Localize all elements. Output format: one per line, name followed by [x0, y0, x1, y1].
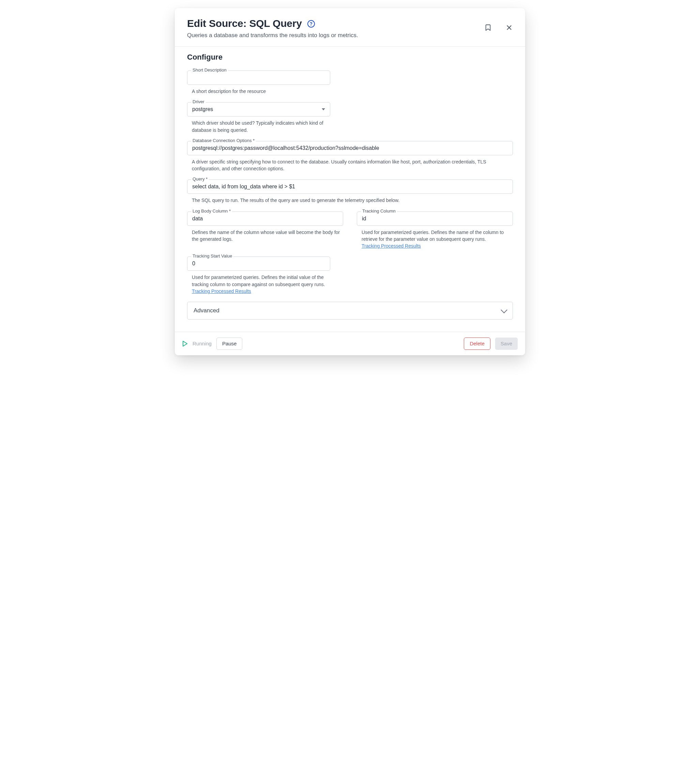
- driver-helper: Which driver should be used? Typically i…: [187, 120, 330, 134]
- driver-value: postgres: [192, 106, 213, 112]
- modal-body: Configure Short Description A short desc…: [175, 47, 525, 332]
- advanced-label: Advanced: [194, 307, 219, 314]
- field-driver: Driver postgres Which driver should be u…: [187, 102, 330, 134]
- field-log-body-column: Log Body Column * Defines the name of th…: [187, 211, 343, 243]
- driver-select[interactable]: postgres: [187, 102, 330, 116]
- query-input[interactable]: [187, 179, 513, 194]
- tracking-column-link[interactable]: Tracking Processed Results: [357, 243, 421, 249]
- field-query: Query * The SQL query to run. The result…: [187, 179, 513, 204]
- status-text: Running: [192, 341, 212, 346]
- log-body-column-helper: Defines the name of the column whose val…: [187, 229, 343, 243]
- connection-label: Database Connection Options *: [191, 138, 256, 143]
- tracking-column-input[interactable]: [357, 211, 513, 226]
- query-helper: The SQL query to run. The results of the…: [187, 197, 513, 204]
- field-connection: Database Connection Options * A driver s…: [187, 141, 513, 172]
- save-button: Save: [495, 338, 518, 350]
- edit-source-modal: Edit Source: SQL Query ? Queries a datab…: [175, 8, 525, 355]
- connection-helper: A driver specific string specifying how …: [187, 158, 513, 172]
- advanced-accordion[interactable]: Advanced: [187, 302, 513, 320]
- chevron-down-icon: [322, 108, 325, 110]
- tracking-start-value-label: Tracking Start Value: [191, 254, 233, 258]
- chevron-down-icon: [501, 307, 508, 313]
- tracking-start-value-input[interactable]: [187, 257, 330, 271]
- tracking-column-helper: Used for parameterized queries. Defines …: [357, 229, 513, 243]
- connection-input[interactable]: [187, 141, 513, 155]
- delete-button[interactable]: Delete: [464, 338, 490, 350]
- modal-title: Edit Source: SQL Query: [187, 18, 302, 29]
- close-icon[interactable]: [505, 24, 513, 31]
- query-label: Query *: [191, 177, 209, 181]
- help-icon[interactable]: ?: [307, 20, 315, 28]
- field-tracking-column: Tracking Column Used for parameterized q…: [357, 211, 513, 249]
- log-body-column-input[interactable]: [187, 211, 343, 226]
- tracking-start-value-link[interactable]: Tracking Processed Results: [187, 288, 251, 294]
- driver-label: Driver: [191, 99, 206, 104]
- pause-button[interactable]: Pause: [216, 338, 243, 350]
- modal-footer: Running Pause Delete Save: [175, 332, 525, 355]
- field-short-description: Short Description A short description fo…: [187, 71, 330, 95]
- tracking-column-label: Tracking Column: [361, 209, 397, 213]
- play-icon: [182, 341, 188, 347]
- short-description-helper: A short description for the resource: [187, 88, 330, 95]
- bookmark-icon[interactable]: [484, 24, 492, 31]
- modal-header: Edit Source: SQL Query ? Queries a datab…: [175, 8, 525, 47]
- short-description-label: Short Description: [191, 68, 228, 72]
- log-body-column-label: Log Body Column *: [191, 209, 232, 213]
- tracking-start-value-helper: Used for parameterized queries. Defines …: [187, 274, 330, 288]
- short-description-input[interactable]: [187, 71, 330, 85]
- modal-subtitle: Queries a database and transforms the re…: [187, 32, 513, 39]
- section-title: Configure: [187, 53, 513, 61]
- field-tracking-start-value: Tracking Start Value Used for parameteri…: [187, 257, 330, 294]
